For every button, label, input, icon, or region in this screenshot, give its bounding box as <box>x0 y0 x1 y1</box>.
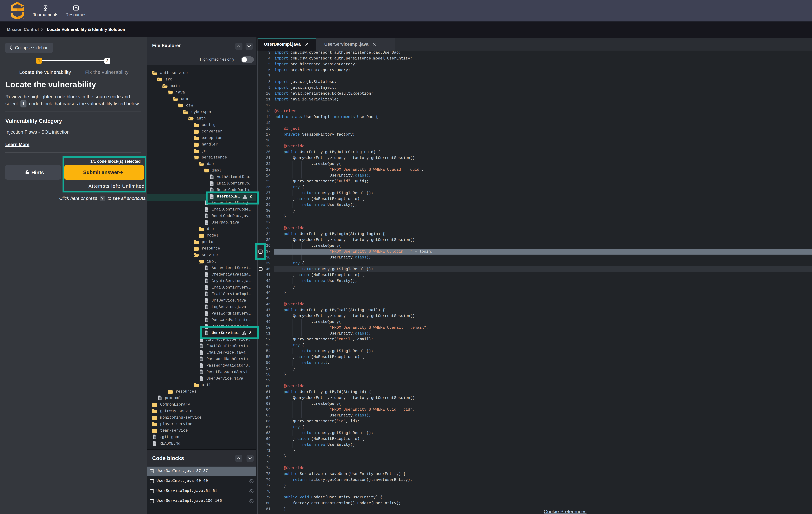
svg-text:®: ® <box>23 18 24 19</box>
